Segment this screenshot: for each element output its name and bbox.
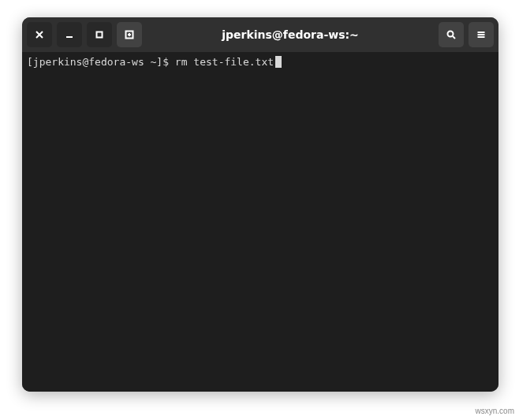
terminal-cursor [275, 56, 282, 68]
watermark: wsxyn.com [476, 407, 514, 415]
close-button[interactable] [27, 22, 52, 47]
minimize-icon [64, 29, 75, 40]
titlebar-right-controls [439, 22, 494, 47]
menu-button[interactable] [469, 22, 494, 47]
titlebar-left-controls [27, 22, 142, 47]
terminal-command: rm test-file.txt [175, 56, 274, 68]
minimize-button[interactable] [57, 22, 82, 47]
hamburger-icon [476, 29, 487, 40]
svg-point-2 [448, 32, 454, 37]
terminal-prompt: [jperkins@fedora-ws ~]$ [27, 56, 175, 68]
window-title: jperkins@fedora-ws:~ [147, 28, 434, 41]
maximize-icon [94, 29, 105, 40]
new-tab-button[interactable] [117, 22, 142, 47]
search-icon [446, 29, 457, 40]
svg-rect-0 [97, 32, 103, 38]
terminal-body[interactable]: [jperkins@fedora-ws ~]$ rm test-file.txt [22, 52, 498, 392]
maximize-button[interactable] [87, 22, 112, 47]
new-tab-icon [124, 29, 135, 40]
terminal-window: jperkins@fedora-ws:~ [jperkins@fedora-ws… [22, 17, 498, 392]
search-button[interactable] [439, 22, 464, 47]
titlebar: jperkins@fedora-ws:~ [22, 17, 498, 52]
close-icon [34, 29, 45, 40]
